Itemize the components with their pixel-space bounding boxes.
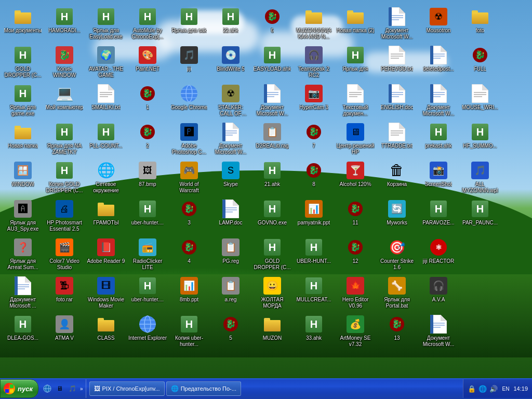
desktop-icon-radioclicker[interactable]: 📻RadioClicker LITE [127,236,168,273]
desktop-icon-recycle[interactable]: 🗑Корзина [377,159,417,196]
desktop-icon-gramoty[interactable]: ГРАМОТЫ [86,197,126,235]
desktop-icon-icon-5[interactable]: 🐉 5 [210,313,251,350]
desktop-icon-icon-12[interactable]: 🐉 12 [335,236,376,273]
desktop-icon-dlea-gos[interactable]: H DLEA-GOS... [3,313,43,350]
desktop-icon-lamp-doc[interactable]: LAMP.doc [210,197,251,235]
desktop-icon-icon-3[interactable]: 🐉 3 [169,197,209,235]
desktop-icon-shortcut-au3[interactable]: 🅰Ярлык для AU3_Spy.exe [3,197,43,235]
taskbar-window-1[interactable]: 🖼 PIX / ChronoExp[unv... [89,381,165,396]
desktop-icon-class[interactable]: CLASS [86,313,126,350]
desktop-icon-adobe-reader[interactable]: 📕Adobe Reader 9 [86,236,126,273]
desktop-icon-prekast-ahk[interactable]: H prekast.ahk [418,121,459,158]
desktop-icon-paravoze[interactable]: H PARAVOZE... [418,197,459,235]
desktop-icon-mullcreat[interactable]: H MULLCREAT... [294,274,334,312]
desktop-icon-uber-hunter-1[interactable]: H uber-hunter.... [127,197,168,235]
desktop-icon-par-paung[interactable]: H PAR_PAUNC... [460,197,500,235]
desktop-icon-uber-hunter-2[interactable]: H uber-hunter.... [127,274,168,312]
ql-icon-2[interactable]: 🖥 [54,383,65,394]
desktop-icon-shortcut-arreat[interactable]: ❓Ярлык для Arreat Sum... [3,236,43,273]
desktop-icon-uber-hunt[interactable]: H UBER-HUNT... [294,236,334,273]
desktop-icon-icon-2[interactable]: 🐉 2 [127,121,168,158]
desktop-icon-windows-movie[interactable]: 🎞Windows Movie Maker [86,274,126,312]
desktop-icon-hp-photosmart[interactable]: 🖨HP Photosmart Essential 2.5 [44,197,85,235]
desktop-icon-jiji[interactable]: 🎵jiji [169,44,209,81]
desktop-icon-hero-editor[interactable]: 🍁Hero Editor V0.96 [335,274,376,312]
desktop-icon-full[interactable]: 🐉 FULL [460,44,500,81]
desktop-icon-network[interactable]: 🌐Сетевое окружение [86,159,126,196]
desktop-icon-mousotron[interactable]: ☢Mousotron [418,5,459,43]
desktop-icon-pamyatnik-ppt[interactable]: 📊pamуatnik.ppt [294,197,334,235]
desktop-icon-muzonnnn[interactable]: MUZONNNN(4 KA4 AND N... [294,5,334,43]
desktop-icon-new-folder-1[interactable]: Новая папка [3,121,43,158]
desktop-icon-hf-summo[interactable]: H HF_SUMMO... [460,121,500,158]
desktop-icon-d2realiti-rag[interactable]: 📋D2REALiti.rag [252,121,292,158]
desktop-icon-word-doc-5[interactable]: Документ Microsoft W... [418,82,459,119]
tray-security[interactable]: 🔒 [468,384,476,393]
desktop-icon-english-doc[interactable]: ENGLISH.doc [377,82,417,119]
desktop-icon-window[interactable]: 🪟WINDOW [3,159,43,196]
desktop-icon-ava[interactable]: 🎧A.V.A [418,274,459,312]
desktop-icon-ahk-22[interactable]: H 22.ahk [210,5,251,43]
desktop-icon-gold-dropper-2[interactable]: H GOLD DROPPER (C... [252,236,292,273]
desktop-icon-artmoney[interactable]: 💰ArtMoney SE v7.32 [335,313,376,350]
desktop-icon-alcohol[interactable]: 🍸Alcohol 120% [335,159,376,196]
desktop-icon-word-doc-1[interactable]: Ддокумент Microsoft ... [3,274,43,312]
tray-volume[interactable]: 🔊 [489,384,498,393]
desktop-icon-pll-count[interactable]: H PLL-COUNT... [86,121,126,158]
desktop-icon-my-docs[interactable]: Мои документы [3,5,43,43]
desktop-icon-word-doc-6[interactable]: Документ Microsoft W... [418,313,459,350]
desktop-icon-foto-rar[interactable]: 🗜foto.rar [44,274,85,312]
desktop-icon-shortcut-game[interactable]: H Ярлык для game.exe [3,82,43,119]
desktop-icon-paint-net[interactable]: 🎨Paint.NET [127,44,168,81]
desktop-icon-deletedpost[interactable]: deletedpost... [418,44,459,81]
desktop-icon-photoshop[interactable]: 🅿Adobe Photoshop C... [169,121,209,158]
desktop-icon-muzon[interactable]: MUZON [252,313,292,350]
desktop-icon-ie[interactable]: Internet Explorer [127,313,168,350]
desktop-icon-icon-1[interactable]: 🐉 1 [127,82,168,119]
desktop-icon-icon-13[interactable]: 🐉 13 [377,313,417,350]
desktop-icon-hamoradi[interactable]: H HAMORADI... [44,5,85,43]
desktop-icon-icon-6[interactable]: 🐉 6 [252,5,292,43]
desktop-icon-all-myzonnn[interactable]: 🎵ALL MYZONNN.wpl [460,159,500,196]
desktop-icon-stalker[interactable]: ☢STALKER: CALL OF PRIPYAT [210,82,251,119]
desktop-icon-my-computer[interactable]: 💻Мой компьютер [44,82,85,119]
desktop-icon-shortcut-easyload[interactable]: H Ярлык для EasyLoad.exe [86,5,126,43]
desktop-icon-foto-folder[interactable]: foto [460,5,500,43]
desktop-icon-shortcut-sak[interactable]: H Ярлык для sak [169,5,209,43]
desktop-icon-kopiya-gold[interactable]: H Копия GOLD DROPPER (C... [44,159,85,196]
desktop-icon-new-folder-2[interactable]: Новая папка (2) [335,5,376,43]
desktop-icon-ttradde-txt[interactable]: TTRADDE.txt [377,121,417,158]
desktop-icon-ahk-21[interactable]: H 21.ahk [252,159,292,196]
desktop-icon-shortcut-portal[interactable]: 🦴Ярлык для Portal.bat [377,274,417,312]
desktop-icon-kopiya-window[interactable]: 🐉Копия WINDOW [44,44,85,81]
desktop-icon-easyload-ahk[interactable]: H EASYLOAD.ahk [252,44,292,81]
start-button[interactable]: пуск [0,379,38,398]
desktop-icon-google-chrome[interactable]: Google Chrome [169,82,209,119]
desktop-icon-word-doc-4[interactable]: Документ Microsoft W... [377,5,417,43]
ql-icon-3[interactable]: 🎵 [66,383,78,394]
desktop-icon-hypercam[interactable]: 📷HyperCam 3 [294,82,334,119]
desktop-icon-shortcut-na2[interactable]: H Ярлык для NA ZAMETKY [44,121,85,158]
desktop-icon-icon-7[interactable]: 🐉 7 [294,121,334,158]
desktop-icon-avatar-game[interactable]: 🌍AVATAR - THE GAME [86,44,126,81]
desktop-icon-hp-center[interactable]: 🖥Центр решений HP [335,121,376,158]
desktop-icon-icon-4[interactable]: 🐉 4 [169,236,209,273]
desktop-icon-kopiya-uber[interactable]: H Копия uber-hunter... [169,313,209,350]
desktop-icon-counter-strike[interactable]: 🎯Counter Strike 1.6 [377,236,417,273]
tray-network[interactable]: 🌐 [478,384,487,393]
taskbar-window-2[interactable]: 🌐 Предательство По-... [166,381,241,396]
desktop-icon-automule[interactable]: H AutoMule by ChronoExp[... [127,5,168,43]
desktop-icon-text-doc[interactable]: Текстовый докумен... [335,82,376,119]
desktop-icon-pg-reg[interactable]: 📋PG.reg [210,236,251,273]
desktop-icon-ahk-33[interactable]: H 33.ahk [294,313,334,350]
ql-icon-1[interactable] [42,383,53,394]
desktop-icon-icon-8[interactable]: 🐉 8 [294,159,334,196]
desktop-icon-perevod-txt[interactable]: PEREVOD.txt [377,44,417,81]
desktop-icon-ppt-8mb[interactable]: 📊8mb.ppt [169,274,209,312]
tray-lang[interactable]: EN [500,384,511,393]
desktop-icon-govno-exe[interactable]: H GOVNO.exe [252,197,292,235]
desktop-icon-mouse-wri[interactable]: MOUSE_WRI... [460,82,500,119]
desktop-icon-smailiki-txt[interactable]: SMAILIKI.txt [86,82,126,119]
desktop-icon-bmp-87[interactable]: 🖼87.bmp [127,159,168,196]
desktop-icon-gold-dropper-1[interactable]: H GOLD DROPPER (C... [3,44,43,81]
